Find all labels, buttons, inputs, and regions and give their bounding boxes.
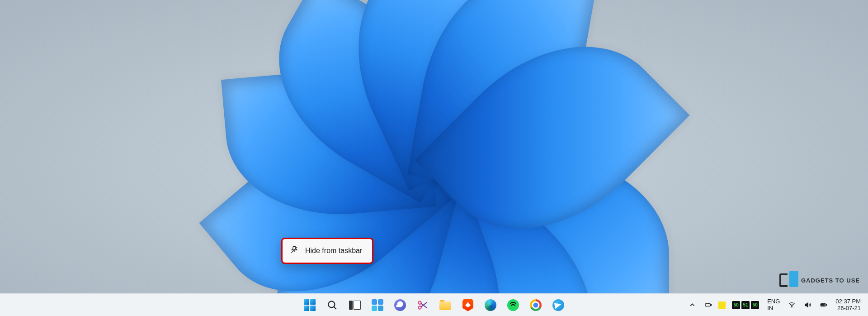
color-square-icon [718, 302, 726, 309]
chrome-button[interactable] [526, 296, 545, 315]
tray-volume-button[interactable] [801, 296, 814, 315]
widgets-icon [372, 299, 383, 311]
desktop-wallpaper[interactable] [0, 0, 868, 293]
temp-reading: 50 [732, 301, 740, 309]
svg-rect-14 [826, 304, 827, 306]
spotify-icon [507, 299, 519, 311]
clock-date: 26-07-21 [835, 305, 861, 311]
tray-temperatures[interactable]: 50 51 50 [729, 296, 762, 315]
language-indicator[interactable]: ENG IN [764, 296, 783, 315]
wifi-icon [788, 301, 796, 309]
search-button[interactable] [323, 296, 342, 315]
taskbar-center [300, 296, 568, 315]
svg-point-11 [792, 306, 793, 307]
search-icon [326, 299, 338, 311]
file-explorer-button[interactable] [436, 296, 455, 315]
taskbar: 50 51 50 ENG IN 02: [0, 293, 868, 316]
temp-reading: 50 [751, 301, 759, 309]
menu-item-label: Hide from taskbar [305, 247, 362, 255]
edge-button[interactable] [481, 296, 500, 315]
unpin-icon [290, 245, 299, 256]
folder-icon [439, 300, 451, 310]
speaker-icon [804, 301, 811, 309]
chat-button[interactable] [391, 296, 410, 315]
watermark-text: GADGETS TO USE [801, 277, 860, 284]
svg-rect-9 [705, 304, 710, 306]
watermark-logo-icon [779, 271, 798, 290]
svg-rect-15 [821, 304, 825, 306]
taskbar-context-menu: Hide from taskbar [281, 238, 373, 264]
battery-status-icon [820, 301, 827, 309]
widgets-button[interactable] [368, 296, 387, 315]
task-view-icon [349, 301, 361, 310]
brave-icon [462, 299, 473, 311]
tray-wifi-button[interactable] [785, 296, 798, 315]
tray-color-indicator[interactable] [717, 296, 726, 315]
svg-marker-12 [805, 303, 808, 307]
menu-item-hide-from-taskbar[interactable]: Hide from taskbar [285, 242, 369, 260]
svg-point-1 [328, 301, 335, 307]
language-top: ENG [767, 298, 780, 305]
system-tray: 50 51 50 ENG IN 02: [686, 294, 863, 316]
svg-rect-10 [711, 304, 711, 306]
spotify-button[interactable] [504, 296, 523, 315]
task-view-button[interactable] [345, 296, 364, 315]
snipping-tool-button[interactable] [413, 296, 432, 315]
svg-rect-4 [396, 305, 400, 307]
chrome-icon [530, 299, 542, 311]
tray-overflow-button[interactable] [686, 296, 699, 315]
chevron-up-icon [689, 301, 696, 309]
temp-reading: 51 [741, 301, 750, 309]
watermark: GADGETS TO USE [779, 271, 860, 290]
battery-icon [704, 301, 712, 309]
telegram-icon [552, 299, 564, 311]
start-button[interactable] [300, 296, 319, 315]
tray-power-button[interactable] [817, 296, 830, 315]
language-bottom: IN [767, 305, 780, 311]
windows-logo-icon [304, 299, 316, 311]
svg-line-2 [334, 306, 336, 309]
scissors-icon [417, 299, 429, 311]
edge-icon [485, 299, 496, 311]
brave-button[interactable] [458, 296, 477, 315]
tray-battery-icon[interactable] [702, 296, 715, 315]
clock-time: 02:37 PM [835, 298, 861, 305]
chat-icon [394, 299, 406, 311]
telegram-button[interactable] [549, 296, 568, 315]
tray-clock[interactable]: 02:37 PM 26-07-21 [833, 296, 863, 315]
